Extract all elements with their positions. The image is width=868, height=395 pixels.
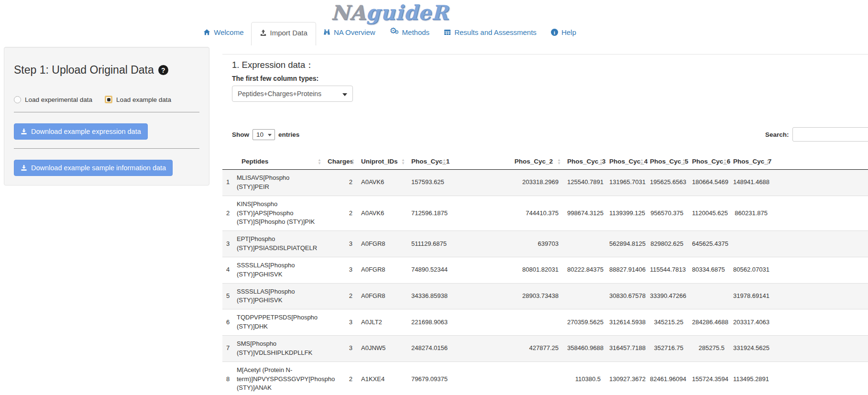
tab-na-overview[interactable]: NA Overview	[316, 22, 383, 43]
col-header-uniprot_ids[interactable]: Uniprot_IDs▲▼	[357, 154, 407, 170]
filler-cell	[772, 283, 868, 309]
cell-phos_cyc_1: 79679.09375	[407, 362, 449, 395]
column-types-select[interactable]: Peptides+Charges+Proteins	[232, 86, 353, 102]
cell-charges: 2	[324, 170, 357, 196]
col-header-phos_cyc_2[interactable]: Phos_Cyc_2▲▼	[449, 154, 563, 170]
cell-phos_cyc_4: 131965.7031	[605, 170, 646, 196]
table-row[interactable]: 2KINS[Phospho (STY)]APS[Phospho (STY)]S[…	[222, 196, 868, 231]
cell-phos_cyc_3: 998674.3125	[563, 196, 605, 231]
cell-phos_cyc_2: 203318.2969	[449, 170, 563, 196]
cell-peptides: EPT[Phospho (STY)]PSIASDISLPIATQELR	[233, 231, 324, 257]
data-source-radio-group: Load experimental data Load example data	[14, 96, 199, 103]
table-row[interactable]: 6TQDPVPPETPSDS[Phospho (STY)]DHK3A0JLT22…	[222, 309, 868, 336]
cell-uniprot_ids: A0FGR8	[357, 283, 407, 309]
tab-results-and-assessments[interactable]: Results and Assessments	[437, 22, 544, 43]
panel-title: Step 1: Upload Original Data ?	[14, 64, 199, 77]
info-circle-icon: i	[551, 29, 558, 36]
cell-phos_cyc_5: 195625.6563	[646, 170, 688, 196]
filler-cell	[772, 335, 868, 362]
col-header-phos_cyc_1[interactable]: Phos_Cyc_1▲▼	[407, 154, 449, 170]
cell-uniprot_ids: A0FGR8	[357, 257, 407, 283]
col-header-phos_cyc_6[interactable]: Phos_Cyc_6▲▼	[688, 154, 729, 170]
cell-phos_cyc_4: 316457.7188	[605, 335, 646, 362]
filler-cell	[772, 196, 868, 231]
tab-help[interactable]: i Help	[544, 22, 583, 43]
cell-phos_cyc_3	[563, 231, 605, 257]
cell-charges: 3	[324, 335, 357, 362]
table-icon	[444, 29, 451, 36]
expression-data-heading: 1. Expression data：	[232, 59, 868, 71]
cell-phos_cyc_4: 562894.8125	[605, 231, 646, 257]
sort-icon: ▲▼	[401, 158, 405, 165]
sort-icon: ▲▼	[442, 158, 446, 165]
chevron-down-icon	[342, 93, 347, 96]
question-circle-icon[interactable]: ?	[158, 65, 168, 75]
binoculars-icon	[323, 29, 330, 36]
cell-phos_cyc_5: 33390.47266	[646, 283, 688, 309]
download-icon	[21, 128, 27, 135]
col-header-phos_cyc_5[interactable]: Phos_Cyc_5▲▼	[646, 154, 688, 170]
table-row[interactable]: 1MLISAVS[Phospho (STY)]PEIR2A0AVK6157593…	[222, 170, 868, 196]
col-header-phos_cyc_4[interactable]: Phos_Cyc_4▲▼	[605, 154, 646, 170]
cell-phos_cyc_5: 829802.625	[646, 231, 688, 257]
cell-uniprot_ids: A0AVK6	[357, 196, 407, 231]
cell-phos_cyc_3: 358460.9688	[563, 335, 605, 362]
radio-unchecked-icon	[14, 96, 21, 103]
cell-phos_cyc_5: 345215.25	[646, 309, 688, 336]
search-input[interactable]	[792, 127, 868, 142]
page-length-select[interactable]: 10	[253, 129, 275, 140]
tab-welcome[interactable]: Welcome	[196, 22, 251, 43]
cell-phos_cyc_6: 284286.4688	[688, 309, 729, 336]
sort-icon: ▲▼	[723, 158, 727, 165]
cell-peptides: SMS[Phospho (STY)]VDLSHIPLKDPLLFK	[233, 335, 324, 362]
table-row[interactable]: 3EPT[Phospho (STY)]PSIASDISLPIATQELR3A0F…	[222, 231, 868, 257]
tab-methods[interactable]: ⚙⚙ Methods	[383, 22, 437, 43]
cell-phos_cyc_3: 270359.5625	[563, 309, 605, 336]
table-row[interactable]: 8M[Acetyl (Protein N-term)]NPVYSPGSSGVPY…	[222, 362, 868, 395]
cell-phos_cyc_1: 248274.0156	[407, 335, 449, 362]
filler-cell	[772, 257, 868, 283]
cell-uniprot_ids: A0AVK6	[357, 170, 407, 196]
download-example-sample-information-data-button[interactable]: Download example sample information data	[14, 160, 173, 176]
upload-icon	[260, 29, 267, 36]
row-number: 5	[222, 283, 233, 309]
cell-phos_cyc_6: 180664.5469	[688, 170, 729, 196]
filler-cell	[772, 170, 868, 196]
cell-phos_cyc_1: 221698.9063	[407, 309, 449, 336]
divider	[14, 148, 199, 149]
col-header-phos_cyc_7[interactable]: Phos_Cyc_7▲▼	[729, 154, 772, 170]
tab-import-data[interactable]: Import Data	[251, 22, 316, 45]
col-header-peptides[interactable]: Peptides▲▼	[233, 154, 324, 170]
cell-phos_cyc_6: 155724.3594	[688, 362, 729, 395]
cell-phos_cyc_6: 285275.5	[688, 335, 729, 362]
gears-icon: ⚙⚙	[390, 29, 399, 36]
cell-phos_cyc_2: 639703	[449, 231, 563, 257]
cell-phos_cyc_3: 80222.84375	[563, 257, 605, 283]
download-example-expression-data-button[interactable]: Download example expression data	[14, 123, 148, 140]
cell-phos_cyc_7: 148941.4688	[729, 170, 772, 196]
cell-uniprot_ids: A0FGR8	[357, 231, 407, 257]
sort-icon: ▲▼	[351, 158, 355, 165]
table-row[interactable]: 7SMS[Phospho (STY)]VDLSHIPLKDPLLFK3A0JNW…	[222, 335, 868, 362]
cell-phos_cyc_2: 744410.375	[449, 196, 563, 231]
cell-phos_cyc_1: 34336.85938	[407, 283, 449, 309]
cell-charges: 3	[324, 257, 357, 283]
cell-phos_cyc_2: 28903.73438	[449, 283, 563, 309]
table-row[interactable]: 5SSSSLLAS[Phospho (STY)]PGHISVK2A0FGR834…	[222, 283, 868, 309]
table-row[interactable]: 4SSSSLLAS[Phospho (STY)]PGHISVK3A0FGR874…	[222, 257, 868, 283]
cell-phos_cyc_4: 1139399.125	[605, 196, 646, 231]
cell-uniprot_ids: A0JLT2	[357, 309, 407, 336]
row-number: 1	[222, 170, 233, 196]
col-header-phos_cyc_3[interactable]: Phos_Cyc_3▲▼	[563, 154, 605, 170]
cell-phos_cyc_2: 427877.25	[449, 335, 563, 362]
cell-uniprot_ids: A1KXE4	[357, 362, 407, 395]
cell-phos_cyc_1: 74890.52344	[407, 257, 449, 283]
cell-charges: 3	[324, 231, 357, 257]
cell-phos_cyc_2	[449, 309, 563, 336]
radio-load-example-data[interactable]: Load example data	[105, 96, 171, 103]
sort-icon: ▲▼	[766, 158, 770, 165]
col-header-charges[interactable]: Charges▲▼	[324, 154, 357, 170]
filler-cell	[772, 362, 868, 395]
radio-load-experimental-data[interactable]: Load experimental data	[14, 96, 92, 103]
expression-data-table: Peptides▲▼Charges▲▼Uniprot_IDs▲▼Phos_Cyc…	[222, 154, 868, 395]
